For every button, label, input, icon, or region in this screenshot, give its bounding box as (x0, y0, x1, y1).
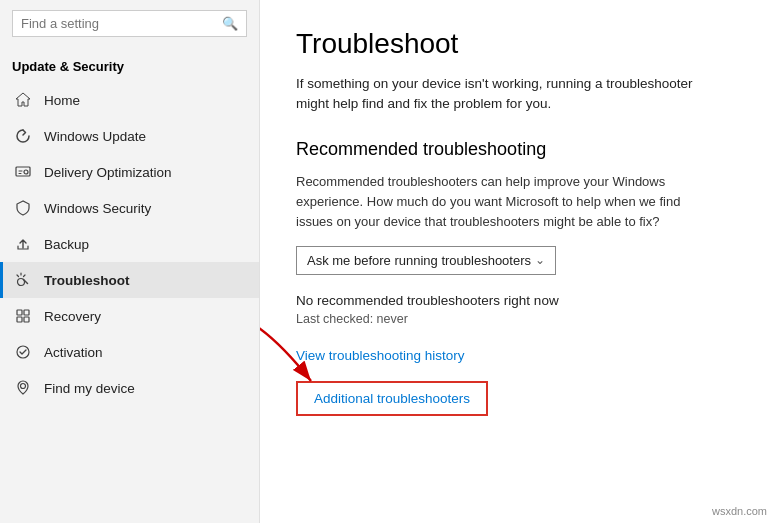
sidebar-item-activation-label: Activation (44, 345, 103, 360)
windows-update-icon (14, 127, 32, 145)
delivery-optimization-icon (14, 163, 32, 181)
recommended-section-desc: Recommended troubleshooters can help imp… (296, 172, 716, 232)
chevron-down-icon: ⌄ (535, 253, 545, 267)
sidebar-item-recovery-label: Recovery (44, 309, 101, 324)
sidebar-item-activation[interactable]: Activation (0, 334, 259, 370)
sidebar-item-find-my-device[interactable]: Find my device (0, 370, 259, 406)
sidebar-item-windows-security-label: Windows Security (44, 201, 151, 216)
sidebar-top: 🔍 (0, 0, 259, 59)
sidebar-item-windows-update[interactable]: Windows Update (0, 118, 259, 154)
additional-troubleshooters-button[interactable]: Additional troubleshooters (296, 381, 488, 416)
svg-rect-6 (24, 317, 29, 322)
recovery-icon (14, 307, 32, 325)
troubleshooter-dropdown[interactable]: Ask me before running troubleshooters ⌄ (296, 246, 556, 275)
sidebar-item-troubleshoot-label: Troubleshoot (44, 273, 130, 288)
home-icon (14, 91, 32, 109)
last-checked-text: Last checked: never (296, 312, 739, 326)
sidebar-item-delivery-optimization-label: Delivery Optimization (44, 165, 172, 180)
dropdown-value: Ask me before running troubleshooters (307, 253, 531, 268)
recommended-section-title: Recommended troubleshooting (296, 139, 739, 160)
sidebar-item-home[interactable]: Home (0, 82, 259, 118)
backup-icon (14, 235, 32, 253)
svg-rect-4 (24, 310, 29, 315)
page-title: Troubleshoot (296, 28, 739, 60)
sidebar-item-find-my-device-label: Find my device (44, 381, 135, 396)
svg-point-1 (24, 170, 28, 174)
sidebar-item-windows-update-label: Windows Update (44, 129, 146, 144)
view-history-link[interactable]: View troubleshooting history (296, 348, 739, 363)
search-icon: 🔍 (222, 16, 238, 31)
svg-rect-5 (17, 317, 22, 322)
main-content: Troubleshoot If something on your device… (260, 0, 775, 523)
windows-security-icon (14, 199, 32, 217)
section-label: Update & Security (0, 59, 259, 82)
status-text: No recommended troubleshooters right now (296, 293, 739, 308)
sidebar: 🔍 Update & Security Home Windows Update (0, 0, 260, 523)
svg-point-7 (17, 346, 29, 358)
search-box[interactable]: 🔍 (12, 10, 247, 37)
search-input[interactable] (21, 16, 222, 31)
sidebar-item-delivery-optimization[interactable]: Delivery Optimization (0, 154, 259, 190)
page-description: If something on your device isn't workin… (296, 74, 696, 115)
sidebar-item-recovery[interactable]: Recovery (0, 298, 259, 334)
activation-icon (14, 343, 32, 361)
svg-rect-3 (17, 310, 22, 315)
troubleshoot-icon (14, 271, 32, 289)
svg-point-8 (21, 384, 26, 389)
find-my-device-icon (14, 379, 32, 397)
sidebar-item-backup[interactable]: Backup (0, 226, 259, 262)
sidebar-item-troubleshoot[interactable]: Troubleshoot (0, 262, 259, 298)
sidebar-item-windows-security[interactable]: Windows Security (0, 190, 259, 226)
sidebar-item-home-label: Home (44, 93, 80, 108)
watermark: wsxdn.com (712, 505, 767, 517)
sidebar-item-backup-label: Backup (44, 237, 89, 252)
